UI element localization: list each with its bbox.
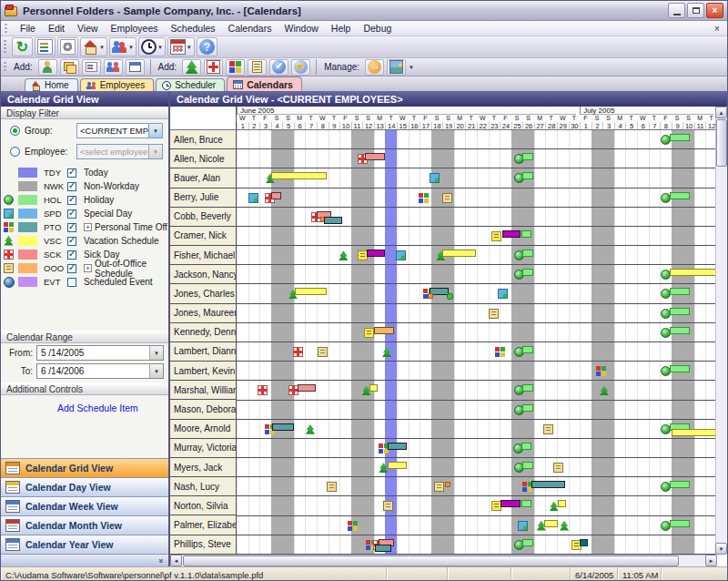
legend-checkbox[interactable]: [67, 209, 76, 219]
red-cross-button[interactable]: [204, 59, 223, 76]
schedule-bar-hol[interactable]: [522, 250, 532, 257]
spd-icon[interactable]: [498, 289, 508, 299]
schedule-bar-hol[interactable]: [670, 288, 689, 295]
day-cell[interactable]: 6: [294, 122, 306, 130]
day-cell[interactable]: 15: [397, 122, 409, 130]
employee-name[interactable]: Jones, Maureen: [170, 304, 236, 323]
folders-button[interactable]: [60, 59, 79, 76]
cross-icon[interactable]: [293, 347, 303, 357]
chevron-down-icon[interactable]: ▼: [99, 45, 105, 50]
range-from-select[interactable]: 5 /14/2005: [36, 345, 164, 361]
vertical-scrollbar[interactable]: ▲ ▼: [715, 107, 727, 555]
menu-item-file[interactable]: File: [14, 22, 42, 35]
day-cell[interactable]: 9: [672, 122, 683, 130]
employee-name[interactable]: Lambert, Kevin: [170, 362, 236, 381]
day-cell[interactable]: 17: [420, 122, 431, 130]
legend-checkbox[interactable]: [67, 168, 76, 178]
day-cell[interactable]: 8: [660, 122, 672, 130]
range-to-select[interactable]: 6 /14/2006: [36, 363, 164, 379]
spd-icon[interactable]: [430, 173, 440, 183]
blocks-icon[interactable]: [495, 347, 505, 357]
day-cell[interactable]: 26: [522, 122, 534, 130]
schedule-bar-vsc[interactable]: [369, 384, 378, 392]
menu-item-employees[interactable]: Employees: [105, 22, 165, 35]
employee-name[interactable]: Allen, Bruce: [170, 130, 236, 149]
day-cell[interactable]: 20: [454, 122, 466, 130]
schedule-list-button[interactable]: [248, 59, 267, 76]
day-cell[interactable]: 22: [477, 122, 489, 130]
day-cell[interactable]: 13: [374, 122, 386, 130]
hscroll-thumb[interactable]: [183, 556, 679, 566]
legend-checkbox[interactable]: [67, 250, 76, 260]
day-cell[interactable]: 18: [431, 122, 443, 130]
legend-checkbox[interactable]: [67, 182, 76, 191]
clock-button[interactable]: ▼: [138, 37, 166, 56]
schedule-bar-hol[interactable]: [522, 384, 532, 392]
employee-name[interactable]: Marshal, William: [170, 381, 236, 400]
tree-icon[interactable]: [560, 521, 570, 531]
menu-item-schedules[interactable]: Schedules: [165, 22, 222, 35]
day-cell[interactable]: 2: [592, 122, 603, 130]
employee-name[interactable]: Cobb, Beverly: [170, 208, 236, 227]
expand-icon[interactable]: +: [84, 264, 92, 272]
day-cell[interactable]: 19: [442, 122, 454, 130]
cards-button[interactable]: [82, 59, 101, 76]
go-arrow-button[interactable]: [365, 59, 384, 76]
schedule-bar-hol[interactable]: [522, 404, 532, 412]
dotO-icon[interactable]: [445, 482, 450, 487]
day-cell[interactable]: 2: [248, 122, 260, 130]
help-button[interactable]: [197, 37, 217, 56]
employee-name[interactable]: Myers, Jack: [170, 458, 236, 477]
paper-icon[interactable]: [383, 501, 393, 511]
blocks-icon[interactable]: [596, 366, 606, 376]
group-select[interactable]: <CURRENT EMPLOYEES>: [76, 123, 163, 138]
employee-name[interactable]: Allen, Nicole: [170, 149, 236, 168]
chevron-down-icon[interactable]: ▼: [128, 45, 134, 50]
chevron-down-icon[interactable]: ▼: [187, 45, 192, 50]
tree-button[interactable]: [182, 59, 201, 76]
employee-name[interactable]: Phillips, Steve: [170, 535, 236, 555]
day-cell[interactable]: 6: [637, 122, 649, 130]
chevron-down-icon[interactable]: [149, 346, 163, 360]
paper-icon[interactable]: [327, 482, 337, 492]
legend-checkbox[interactable]: [67, 223, 76, 232]
day-cell[interactable]: 7: [305, 122, 317, 130]
photo-button[interactable]: [387, 59, 406, 76]
legend-checkbox[interactable]: [67, 278, 76, 287]
schedule-bar-vsc[interactable]: [388, 462, 407, 469]
schedule-bar-hol[interactable]: [670, 192, 689, 199]
spd-icon[interactable]: [396, 250, 406, 260]
schedule-bar-hol[interactable]: [670, 365, 689, 372]
employee-name[interactable]: Berry, Julie: [170, 189, 236, 208]
schedule-bar-sck[interactable]: [271, 192, 281, 199]
paper-icon[interactable]: [553, 463, 563, 473]
employee-name[interactable]: Lambert, Dianne: [170, 342, 236, 362]
menu-item-calendars[interactable]: Calendars: [222, 22, 278, 35]
schedule-bar-vsc[interactable]: [271, 172, 328, 179]
schedule-bar-hol[interactable]: [522, 153, 532, 160]
refresh-button[interactable]: [12, 37, 33, 56]
chevron-down-icon[interactable]: [148, 124, 162, 138]
day-cell[interactable]: 25: [511, 122, 523, 130]
paper-icon[interactable]: [489, 309, 499, 319]
employee-name[interactable]: Bauer, Alan: [170, 168, 236, 188]
minimize-button[interactable]: [668, 3, 685, 18]
day-cell[interactable]: 10: [339, 122, 351, 130]
nav-calendar-year-view[interactable]: Calendar Year View: [1, 535, 168, 555]
employee-name[interactable]: Nash, Lucy: [170, 477, 236, 496]
paper-icon[interactable]: [434, 482, 444, 492]
add-schedule-item-link[interactable]: Add Schedule Item: [1, 395, 168, 413]
scroll-right-icon[interactable]: ►: [705, 555, 717, 566]
nav-calendar-grid-view[interactable]: Calendar Grid View: [1, 459, 168, 478]
day-cell[interactable]: 29: [557, 122, 569, 130]
day-cell[interactable]: 11: [694, 122, 706, 130]
menu-item-window[interactable]: Window: [278, 22, 324, 35]
employee-radio[interactable]: [10, 147, 20, 157]
restore-button[interactable]: [687, 3, 704, 18]
day-cell[interactable]: 30: [569, 122, 581, 130]
menu-item-edit[interactable]: Edit: [42, 22, 71, 35]
day-cell[interactable]: 23: [489, 122, 500, 130]
menu-item-debug[interactable]: Debug: [357, 22, 398, 35]
nav-calendar-week-view[interactable]: Calendar Week View: [1, 497, 168, 516]
day-cell[interactable]: 4: [271, 122, 283, 130]
